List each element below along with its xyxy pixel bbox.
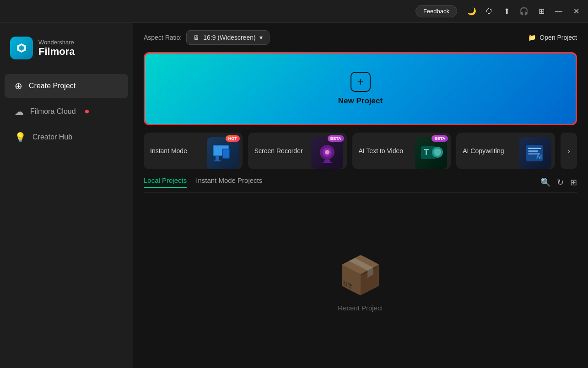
- feature-card-instant-mode[interactable]: HOT Instant Mode: [144, 133, 243, 169]
- aspect-ratio-dropdown[interactable]: 🖥 16:9 (Widescreen) ▾: [186, 30, 269, 45]
- feature-card-ai-text-video[interactable]: BETA AI Text to Video T: [352, 133, 451, 169]
- filmora-cloud-icon: ☁: [15, 106, 24, 117]
- content-area: Aspect Ratio: 🖥 16:9 (Widescreen) ▾ 📁 Op…: [133, 23, 588, 368]
- close-icon[interactable]: ✕: [569, 4, 583, 19]
- svg-rect-3: [214, 160, 221, 161]
- projects-section: Local Projects Instant Mode Projects 🔍 ↻…: [133, 176, 588, 368]
- brand-name: Wondershare: [38, 39, 75, 46]
- new-project-banner[interactable]: + New Project: [144, 52, 577, 125]
- aspect-ratio-area: Aspect Ratio: 🖥 16:9 (Widescreen) ▾: [144, 30, 270, 45]
- logo-text: Wondershare Filmora: [38, 39, 75, 58]
- feature-card-screen-recorder[interactable]: BETA Screen Recorder: [248, 133, 347, 169]
- sidebar-item-filmora-cloud[interactable]: ☁ Filmora Cloud: [5, 100, 128, 123]
- svg-rect-2: [216, 156, 219, 160]
- monitor-icon: 🖥: [193, 34, 200, 41]
- empty-label: Recent Project: [338, 304, 383, 312]
- grid-view-icon[interactable]: ⊞: [570, 177, 577, 187]
- hot-badge: HOT: [226, 135, 240, 142]
- chevron-down-icon: ▾: [259, 34, 263, 41]
- create-project-label: Create Project: [29, 82, 76, 90]
- tab-actions: 🔍 ↻ ⊞: [540, 177, 577, 187]
- tab-instant-mode-projects[interactable]: Instant Mode Projects: [196, 176, 262, 188]
- svg-rect-9: [324, 160, 330, 162]
- feature-card-ai-copywriting[interactable]: AI Copywriting AI: [456, 133, 555, 169]
- filmora-cloud-label: Filmora Cloud: [30, 107, 76, 116]
- ai-text-video-label: AI Text to Video: [359, 147, 404, 155]
- sidebar: Wondershare Filmora ⊕ Create Project ☁ F…: [0, 23, 133, 368]
- new-project-label: New Project: [338, 96, 383, 106]
- feature-cards-row: HOT Instant Mode BETA Screen Recorde: [133, 125, 588, 176]
- svg-rect-10: [323, 162, 332, 163]
- scroll-right-arrow[interactable]: ›: [561, 133, 577, 169]
- tab-list: Local Projects Instant Mode Projects: [144, 176, 262, 188]
- open-project-label: Open Project: [539, 34, 577, 41]
- ai-copywriting-label: AI Copywriting: [463, 147, 504, 155]
- creator-hub-label: Creator Hub: [32, 133, 72, 141]
- svg-rect-16: [528, 148, 541, 149]
- create-project-icon: ⊕: [15, 80, 22, 91]
- app-name: Filmora: [38, 46, 75, 58]
- beta-badge-screen: BETA: [328, 135, 344, 142]
- svg-point-8: [325, 150, 329, 155]
- empty-box-icon: 📦: [338, 254, 383, 297]
- instant-mode-icon: [207, 137, 239, 169]
- grid-icon[interactable]: ⊞: [534, 4, 549, 19]
- new-project-plus-icon: +: [351, 72, 371, 92]
- ai-text-video-icon: T: [415, 137, 447, 169]
- svg-text:AI: AI: [536, 154, 542, 160]
- sidebar-item-creator-hub[interactable]: 💡 Creator Hub: [5, 125, 128, 149]
- aspect-ratio-label: Aspect Ratio:: [144, 34, 182, 41]
- screen-recorder-label: Screen Recorder: [254, 147, 303, 155]
- svg-rect-17: [528, 150, 538, 152]
- svg-text:T: T: [424, 148, 429, 157]
- search-icon[interactable]: 🔍: [540, 177, 550, 187]
- svg-rect-5: [223, 149, 229, 158]
- projects-tabs: Local Projects Instant Mode Projects 🔍 ↻…: [144, 176, 577, 193]
- beta-badge-ai-text: BETA: [432, 135, 448, 142]
- download-icon[interactable]: ⬆: [499, 4, 514, 19]
- empty-state: 📦 Recent Project: [144, 197, 577, 368]
- logo-area: Wondershare Filmora: [0, 32, 133, 73]
- sidebar-item-create-project[interactable]: ⊕ Create Project: [5, 74, 128, 98]
- instant-mode-label: Instant Mode: [150, 147, 187, 155]
- refresh-icon[interactable]: ↻: [557, 177, 564, 187]
- folder-icon: 📁: [528, 34, 536, 41]
- open-project-button[interactable]: 📁 Open Project: [528, 34, 577, 41]
- tab-local-projects[interactable]: Local Projects: [144, 176, 187, 188]
- creator-hub-icon: 💡: [15, 132, 26, 143]
- notification-badge: [85, 110, 89, 113]
- support-icon[interactable]: 🎧: [517, 4, 531, 19]
- theme-toggle-icon[interactable]: 🌙: [464, 4, 479, 19]
- svg-point-14: [434, 149, 441, 156]
- title-bar: Feedback 🌙 ⏱ ⬆ 🎧 ⊞ — ✕: [0, 0, 588, 23]
- aspect-ratio-value: 16:9 (Widescreen): [203, 34, 255, 41]
- logo-icon: [10, 37, 33, 59]
- minimize-icon[interactable]: —: [551, 4, 566, 19]
- top-bar: Aspect Ratio: 🖥 16:9 (Widescreen) ▾ 📁 Op…: [133, 23, 588, 52]
- timer-icon[interactable]: ⏱: [482, 4, 496, 19]
- screen-recorder-icon: [311, 137, 343, 169]
- feedback-button[interactable]: Feedback: [415, 5, 457, 17]
- ai-copywriting-icon: AI: [519, 137, 551, 169]
